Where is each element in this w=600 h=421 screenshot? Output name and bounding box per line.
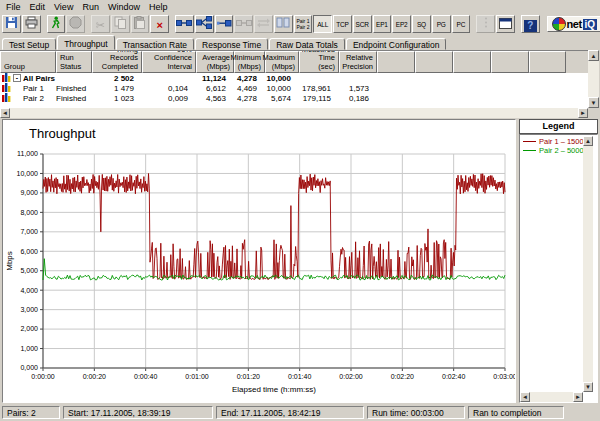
scroll-up-icon[interactable]: ▲ [583, 136, 593, 146]
table-row[interactable]: -All Pairs2 50211,1244,27810,000 [0, 73, 588, 83]
status-field-3: Run time: 00:03:00 [367, 406, 465, 419]
status-field-4: Ran to completion [468, 406, 564, 419]
column-header-empty[interactable] [491, 51, 529, 73]
menu-help[interactable]: Help [146, 2, 174, 12]
table-row[interactable]: Pair 1Finished1 4790,1046,6124,46910,000… [0, 83, 588, 93]
delete-icon: × [156, 15, 162, 33]
comment-button[interactable] [476, 15, 495, 33]
filter-all-button[interactable]: ALL [313, 15, 332, 33]
application-window: FileEditViewRunWindowHelp ✂×Pair 1 Pair … [0, 0, 600, 421]
add-endpoint-icon [216, 15, 232, 33]
filter-sq-button[interactable]: SQ [412, 15, 431, 33]
column-header-95-confidence[interactable]: 95% Confidence Interval [142, 51, 196, 73]
group-label: Pair 2 [23, 94, 44, 103]
svg-text:0:03:00: 0:03:00 [493, 373, 515, 380]
swap-pair-button[interactable] [254, 15, 273, 33]
save-button[interactable] [2, 15, 21, 33]
value-cell: 0,186 [339, 94, 377, 103]
value-cell: 1 479 [92, 84, 142, 93]
tab-raw-data-totals[interactable]: Raw Data Totals [269, 38, 345, 50]
chart-panel: Throughput 0:00:000:00:200:00:400:01:000… [2, 119, 516, 403]
column-header-run-status[interactable]: Run Status [56, 51, 92, 73]
filter-scr-button[interactable]: SCR [353, 15, 372, 33]
legend-vertical-scrollbar[interactable]: ▲▼ [583, 136, 593, 392]
swap-pair-icon [256, 15, 271, 33]
value-cell: 5,674 [265, 94, 299, 103]
legend-entry-label: Pair 2 – 5000 [539, 146, 584, 155]
new-window-button[interactable] [496, 15, 515, 33]
toolbar: ✂×Pair 1 Pair 2ALLTCPSCREP1EP2SQPGPC?net… [0, 13, 600, 35]
column-header-timing-records[interactable]: Timing Records Completed [92, 51, 142, 73]
menu-file[interactable]: File [3, 2, 27, 12]
run-status-cell: Finished [56, 94, 92, 103]
column-header-empty[interactable] [415, 51, 453, 73]
menu-run[interactable]: Run [79, 2, 105, 12]
tab-transaction-rate[interactable]: Transaction Rate [116, 38, 194, 50]
clear-button[interactable]: × [150, 15, 169, 33]
scroll-left-icon[interactable]: ◄ [0, 108, 10, 118]
scroll-track[interactable] [10, 108, 578, 118]
reorder-pairs-button[interactable] [274, 15, 293, 33]
scroll-left-icon[interactable]: ◄ [520, 392, 530, 402]
scroll-right-icon[interactable]: ► [573, 392, 583, 402]
collapse-expander[interactable]: - [13, 74, 21, 82]
filter-pg-button[interactable]: PG [432, 15, 451, 33]
help-button[interactable]: ? [521, 15, 540, 33]
filter-pc-button[interactable]: PC [452, 15, 471, 33]
add-endpoint-button[interactable] [215, 15, 234, 33]
column-header-group[interactable]: Group [0, 51, 56, 73]
svg-text:Mbps: Mbps [5, 251, 14, 271]
column-header-empty[interactable] [529, 51, 566, 73]
column-header-empty[interactable] [453, 51, 491, 73]
filter-tcp-button[interactable]: TCP [333, 15, 352, 33]
cut-button[interactable]: ✂ [91, 15, 110, 33]
svg-text:0:00:20: 0:00:20 [83, 373, 106, 380]
scroll-track[interactable] [530, 392, 573, 402]
pair-filter-button[interactable]: Pair 1 Pair 2 [294, 15, 313, 33]
print-button[interactable] [22, 15, 41, 33]
paste-button[interactable] [131, 15, 150, 33]
svg-text:0:02:40: 0:02:40 [442, 373, 465, 380]
value-cell: 4,278 [234, 94, 265, 103]
scroll-up-icon[interactable]: ▲ [588, 50, 599, 61]
add-group-button[interactable] [195, 15, 214, 33]
legend-panel: Legend Pair 1 – 15000Pair 2 – 5000▲▼◄► [519, 119, 598, 403]
table-vertical-scrollbar[interactable]: ▲▼ [588, 50, 599, 108]
scroll-down-icon[interactable]: ▼ [583, 382, 593, 392]
scroll-track[interactable] [588, 61, 599, 97]
svg-text:0:01:00: 0:01:00 [185, 373, 208, 380]
paste-icon [133, 15, 146, 33]
table-horizontal-scrollbar[interactable]: ◄► [0, 108, 588, 118]
table-body: -All Pairs2 50211,1244,27810,000Pair 1Fi… [0, 73, 588, 103]
tab-test-setup[interactable]: Test Setup [2, 38, 56, 50]
column-header-relative[interactable]: Relative Precision [339, 51, 377, 73]
legend-line-swatch [523, 141, 536, 142]
svg-text:10,000: 10,000 [17, 170, 39, 177]
scroll-right-icon[interactable]: ► [578, 108, 588, 118]
column-header-maximum[interactable]: Maximum (Mbps) [265, 51, 299, 73]
legend-horizontal-scrollbar[interactable]: ◄► [520, 392, 583, 402]
tab-endpoint-configuration[interactable]: Endpoint Configuration [346, 38, 446, 50]
column-header-measured[interactable]: Measured Time (sec) [299, 51, 339, 73]
edit-pair-button[interactable] [234, 15, 253, 33]
tab-response-time[interactable]: Response Time [195, 38, 268, 50]
column-header-average[interactable]: Average (Mbps) [196, 51, 234, 73]
run-button[interactable] [47, 15, 66, 33]
menu-view[interactable]: View [51, 2, 79, 12]
svg-text:11,000: 11,000 [17, 150, 38, 157]
filter-ep2-button[interactable]: EP2 [392, 15, 411, 33]
add-pair-icon [176, 15, 192, 33]
column-header-empty[interactable] [377, 51, 415, 73]
menu-edit[interactable]: Edit [27, 2, 52, 12]
scroll-track[interactable] [583, 146, 593, 382]
add-pair-button[interactable] [175, 15, 194, 33]
column-header-minimum[interactable]: Minimum (Mbps) [234, 51, 265, 73]
stop-button[interactable] [66, 15, 85, 33]
menu-window[interactable]: Window [105, 2, 146, 12]
scroll-down-icon[interactable]: ▼ [588, 97, 599, 108]
table-row[interactable]: Pair 2Finished1 0230,0094,5634,2785,6741… [0, 93, 588, 103]
tab-throughput[interactable]: Throughput [57, 35, 114, 50]
filter-ep1-button[interactable]: EP1 [373, 15, 392, 33]
value-cell: 10,000 [265, 74, 299, 83]
copy-button[interactable] [111, 15, 130, 33]
